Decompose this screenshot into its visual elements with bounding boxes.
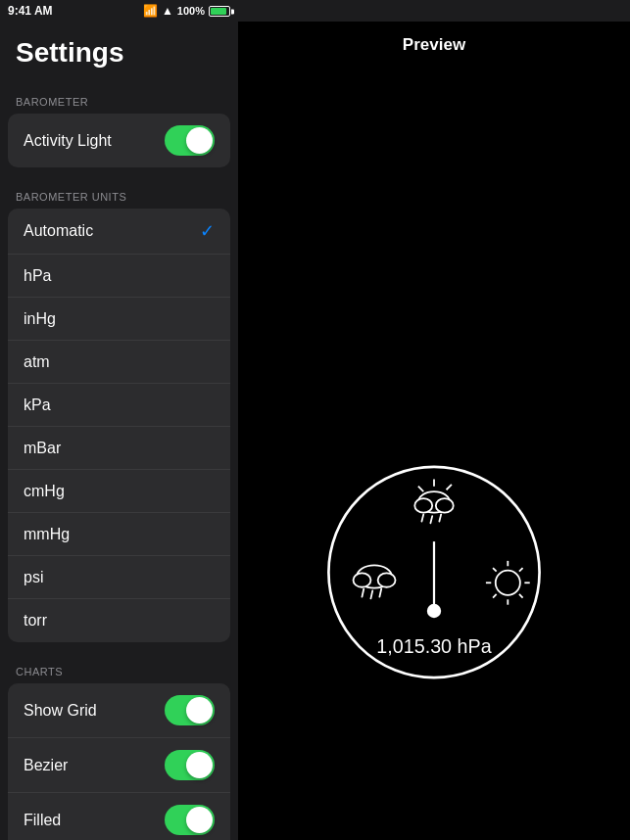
show-grid-row[interactable]: Show Grid: [8, 683, 230, 738]
unit-torr-row[interactable]: torr: [8, 599, 230, 642]
preview-panel: Preview: [238, 22, 630, 840]
activity-light-label: Activity Light: [24, 132, 112, 150]
bezier-row[interactable]: Bezier: [8, 738, 230, 793]
bezier-toggle[interactable]: [165, 750, 215, 780]
show-grid-label: Show Grid: [24, 702, 97, 720]
barometer-svg: 1,015.30 hPa: [307, 449, 561, 704]
unit-kpa-label: kPa: [24, 397, 51, 414]
filled-row[interactable]: Filled: [8, 793, 230, 840]
preview-title: Preview: [403, 22, 465, 65]
signal-icon: ▲: [162, 4, 173, 18]
wifi-icon: 📶: [143, 4, 158, 18]
units-group: Automatic ✓ hPa inHg atm kPa mBar: [8, 209, 230, 642]
svg-point-18: [496, 571, 520, 595]
unit-psi-row[interactable]: psi: [8, 556, 230, 599]
top-bar: 9:41 AM 📶 ▲ 100%: [0, 0, 630, 22]
section-header-charts: CHARTS: [0, 650, 238, 683]
svg-point-5: [414, 498, 432, 512]
unit-hpa-row[interactable]: hPa: [8, 255, 230, 298]
charts-group: Show Grid Bezier Filled Clear Pressure D…: [8, 683, 230, 840]
svg-point-13: [354, 573, 371, 586]
status-time: 9:41 AM: [8, 4, 53, 18]
unit-inhg-label: inHg: [24, 310, 56, 328]
activity-light-row[interactable]: Activity Light: [8, 114, 230, 167]
unit-hpa-label: hPa: [24, 267, 51, 285]
unit-mmhg-label: mmHg: [24, 526, 70, 543]
unit-cmhg-row[interactable]: cmHg: [8, 470, 230, 513]
unit-automatic-row[interactable]: Automatic ✓: [8, 209, 230, 255]
preview-header-spacer: [238, 0, 630, 22]
activity-light-toggle[interactable]: [165, 125, 215, 156]
svg-point-6: [436, 498, 454, 512]
barometer-display: 1,015.30 hPa: [307, 65, 561, 840]
unit-mbar-label: mBar: [24, 440, 61, 457]
filled-toggle[interactable]: [165, 805, 215, 835]
svg-point-14: [378, 573, 396, 586]
unit-atm-label: atm: [24, 353, 50, 371]
section-header-barometer: BAROMETER: [0, 80, 238, 114]
settings-panel: Settings BAROMETER Activity Light BAROME…: [0, 22, 238, 840]
unit-mbar-row[interactable]: mBar: [8, 427, 230, 470]
show-grid-toggle[interactable]: [165, 695, 215, 725]
status-icons: 📶 ▲ 100%: [143, 4, 230, 18]
battery-percent: 100%: [177, 5, 205, 17]
filled-label: Filled: [24, 812, 61, 829]
settings-title: Settings: [0, 22, 238, 80]
status-bar: 9:41 AM 📶 ▲ 100%: [0, 0, 238, 22]
battery-icon: [209, 4, 230, 18]
unit-psi-label: psi: [24, 569, 43, 586]
svg-point-11: [427, 604, 441, 618]
unit-kpa-row[interactable]: kPa: [8, 384, 230, 427]
settings-scroll[interactable]: Settings BAROMETER Activity Light BAROME…: [0, 22, 238, 840]
section-header-units: BAROMETER UNITS: [0, 175, 238, 209]
unit-cmhg-label: cmHg: [24, 483, 65, 500]
unit-atm-row[interactable]: atm: [8, 341, 230, 384]
unit-torr-label: torr: [24, 612, 47, 630]
svg-text:1,015.30 hPa: 1,015.30 hPa: [376, 635, 491, 657]
unit-inhg-row[interactable]: inHg: [8, 298, 230, 341]
main-content: Settings BAROMETER Activity Light BAROME…: [0, 22, 630, 840]
unit-automatic-check: ✓: [200, 220, 215, 242]
unit-automatic-label: Automatic: [24, 222, 93, 240]
unit-mmhg-row[interactable]: mmHg: [8, 513, 230, 556]
bezier-label: Bezier: [24, 757, 68, 774]
barometer-group: Activity Light: [8, 114, 230, 167]
